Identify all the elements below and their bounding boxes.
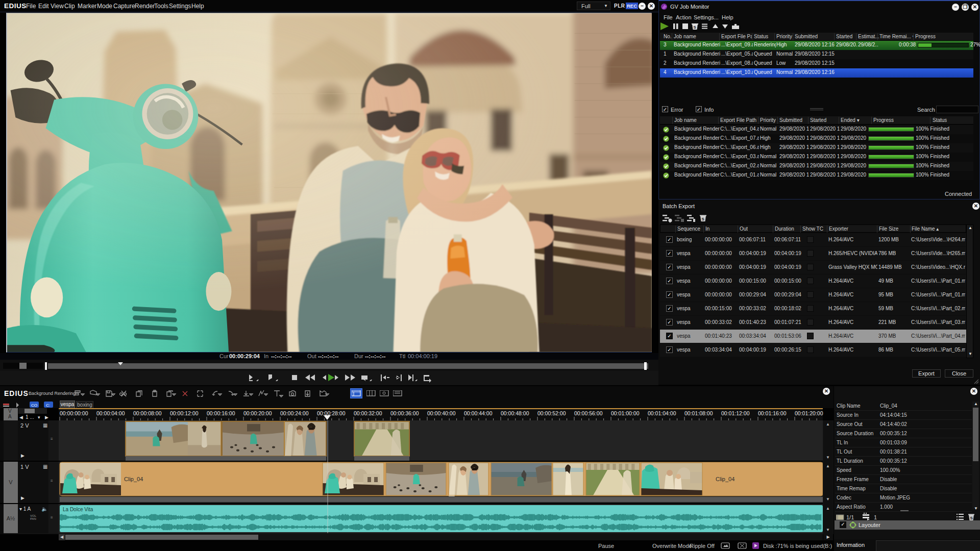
svg-text:CO: CO [31,403,37,408]
svg-text:Clip_04: Clip_04 [716,476,734,482]
svg-text:La Dolce Vita: La Dolce Vita [63,507,93,512]
svg-text:Clip_04: Clip_04 [124,476,143,482]
svg-text:C:: C: [46,403,50,408]
svg-text:S: S [694,25,697,30]
svg-text:S: S [970,516,973,520]
svg-text:S: S [702,217,705,221]
